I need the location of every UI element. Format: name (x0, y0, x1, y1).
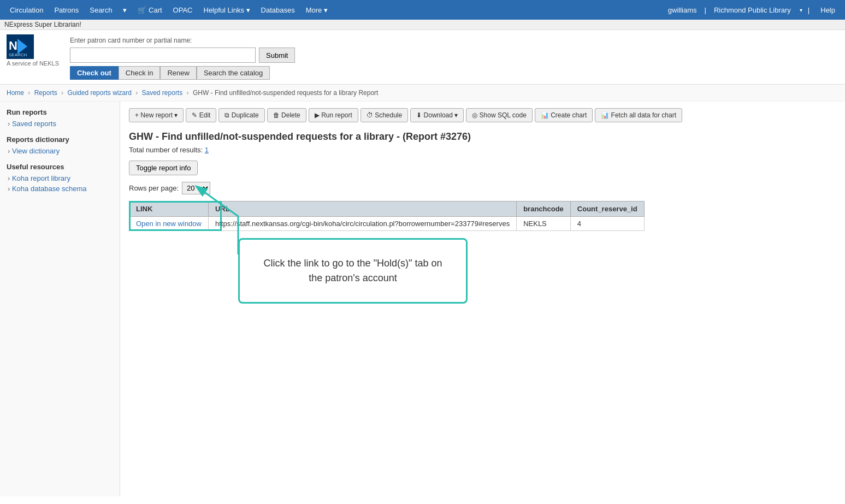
report-title: GHW - Find unfilled/not-suspended reques… (129, 131, 836, 143)
cell-count: 4 (570, 217, 644, 231)
nav-search[interactable]: Search (84, 2, 117, 19)
library-link[interactable]: Richmond Public Library (708, 2, 796, 19)
open-new-window-link[interactable]: Open in new window (136, 220, 202, 228)
total-value[interactable]: 1 (205, 146, 209, 154)
col-header-branchcode: branchcode (517, 201, 571, 217)
user-link[interactable]: gwilliams (663, 2, 702, 19)
download-button[interactable]: ⬇ Download ▾ (410, 108, 464, 122)
col-header-link: LINK (129, 201, 209, 217)
breadcrumb: Home › Reports › Guided reports wizard ›… (0, 85, 845, 102)
nav-databases[interactable]: Databases (256, 2, 300, 19)
annotation-section: Click the link to go to the "Hold(s)" ta… (129, 238, 836, 304)
breadcrumb-reports[interactable]: Reports (34, 89, 57, 97)
duplicate-button[interactable]: ⧉ Duplicate (218, 108, 264, 122)
delete-button[interactable]: 🗑 Delete (267, 108, 306, 122)
cell-branchcode: NEKLS (517, 217, 571, 231)
rows-per-page-select[interactable]: 20 50 100 (182, 182, 210, 194)
nav-circulation[interactable]: Circulation (4, 2, 49, 19)
svg-text:SEARCH: SEARCH (9, 52, 27, 57)
library-dropdown-arrow: ▾ (800, 7, 802, 13)
sidebar-koha-report-library[interactable]: Koha report library (7, 173, 113, 183)
toggle-report-info-button[interactable]: Toggle report info (129, 161, 198, 175)
total-label: Total number of results: (129, 146, 203, 154)
sidebar-dictionary-title: Reports dictionary (7, 135, 113, 144)
content-area: + New report ▾ ✎ Edit ⧉ Duplicate 🗑 Dele… (120, 102, 845, 496)
submit-button[interactable]: Submit (259, 48, 295, 63)
nav-separator: | (705, 6, 706, 14)
rows-per-page-label: Rows per page: (129, 184, 179, 192)
header-section: N SEARCH A service of NEKLS Enter patron… (0, 30, 845, 85)
checkout-tabs: Check out Check in Renew Search the cata… (70, 66, 295, 80)
top-navigation: Circulation Patrons Search ▾ 🛒 Cart OPAC… (0, 0, 845, 20)
svg-text:N: N (9, 39, 17, 52)
nav-more[interactable]: More ▾ (300, 2, 333, 19)
top-nav-right: gwilliams | Richmond Public Library ▾ | … (663, 2, 841, 19)
breadcrumb-saved-reports[interactable]: Saved reports (142, 89, 183, 97)
next-logo-icon: N SEARCH (7, 34, 34, 59)
table-header: LINK URL branchcode Count_reserve_id (129, 201, 645, 217)
col-header-count: Count_reserve_id (570, 201, 644, 217)
nav-separator2: | (808, 6, 809, 14)
patron-card-input[interactable] (70, 48, 256, 63)
fetch-data-chart-button[interactable]: 📊 Fetch all data for chart (595, 108, 682, 122)
table-body: Open in new window https://staff.nextkan… (129, 217, 645, 231)
logo-box: N SEARCH (7, 34, 34, 59)
nav-helpful-links[interactable]: Helpful Links ▾ (198, 2, 256, 19)
col-header-url: URL (208, 201, 516, 217)
annotation-box: Click the link to go to the "Hold(s)" ta… (238, 238, 468, 304)
logo-area: N SEARCH A service of NEKLS (7, 34, 59, 67)
table-row: Open in new window https://staff.nextkan… (129, 217, 645, 231)
breadcrumb-guided-reports[interactable]: Guided reports wizard (67, 89, 131, 97)
nav-opac[interactable]: OPAC (168, 2, 198, 19)
cell-link: Open in new window (129, 217, 209, 231)
table-container: LINK URL branchcode Count_reserve_id Ope… (129, 201, 645, 231)
sidebar: Run reports Saved reports Reports dictio… (0, 102, 120, 496)
checkout-tab[interactable]: Check out (70, 66, 119, 80)
annotation-box-wrapper: Click the link to go to the "Hold(s)" ta… (151, 238, 836, 304)
nav-cart[interactable]: 🛒 Cart (132, 2, 167, 19)
breadcrumb-sep1: › (28, 89, 30, 97)
annotation-text: Click the link to go to the "Hold(s)" ta… (264, 258, 442, 283)
total-results: Total number of results: 1 (129, 146, 836, 154)
patron-label: Enter patron card number or partial name… (70, 37, 295, 44)
checkin-tab[interactable]: Check in (119, 66, 161, 80)
superlibrarian-bar: NExpress Super Librarian! (0, 20, 845, 30)
rows-per-page: Rows per page: 20 50 100 (129, 182, 836, 194)
breadcrumb-sep3: › (135, 89, 138, 97)
sidebar-koha-schema[interactable]: Koha database schema (7, 183, 113, 194)
renew-tab[interactable]: Renew (160, 66, 196, 80)
sidebar-useful-title: Useful resources (7, 163, 113, 171)
toolbar: + New report ▾ ✎ Edit ⧉ Duplicate 🗑 Dele… (129, 108, 836, 122)
run-report-button[interactable]: ▶ Run report (309, 108, 358, 122)
nav-dropdown-arrow[interactable]: ▾ (117, 2, 132, 19)
search-catalog-tab[interactable]: Search the catalog (197, 66, 270, 80)
schedule-button[interactable]: ⏱ Schedule (361, 108, 408, 122)
cell-url: https://staff.nextkansas.org/cgi-bin/koh… (208, 217, 516, 231)
help-link[interactable]: Help (815, 2, 841, 19)
superlibrarian-text: NExpress Super Librarian! (4, 21, 81, 28)
sidebar-run-reports-title: Run reports (7, 108, 113, 116)
data-table: LINK URL branchcode Count_reserve_id Ope… (129, 201, 645, 231)
service-text: A service of NEKLS (7, 60, 59, 67)
patron-input-row: Submit (70, 48, 295, 63)
breadcrumb-sep2: › (61, 89, 63, 97)
main-layout: Run reports Saved reports Reports dictio… (0, 102, 845, 496)
breadcrumb-sep4: › (187, 89, 189, 97)
sidebar-saved-reports[interactable]: Saved reports (7, 118, 113, 129)
edit-button[interactable]: ✎ Edit (186, 108, 216, 122)
new-report-button[interactable]: + New report ▾ (129, 108, 184, 122)
create-chart-button[interactable]: 📊 Create chart (535, 108, 593, 122)
patron-input-area: Enter patron card number or partial name… (70, 34, 295, 80)
nav-patrons[interactable]: Patrons (49, 2, 84, 19)
sidebar-view-dictionary[interactable]: View dictionary (7, 146, 113, 156)
breadcrumb-home[interactable]: Home (7, 89, 24, 97)
breadcrumb-current: GHW - Find unfilled/not-suspended reques… (193, 89, 379, 97)
show-sql-button[interactable]: ◎ Show SQL code (466, 108, 533, 122)
